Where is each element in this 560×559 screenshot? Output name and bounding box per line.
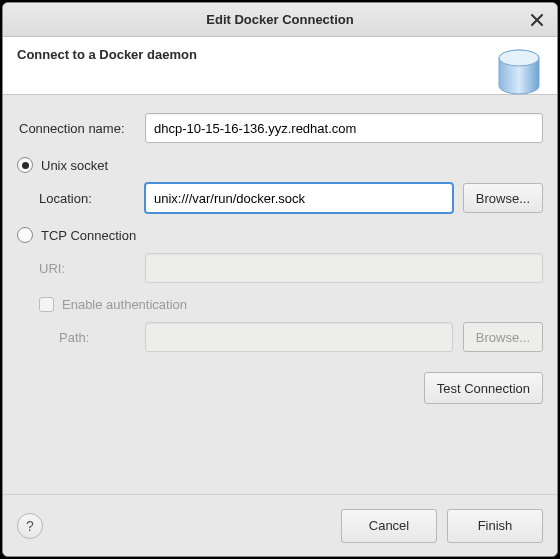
connection-name-input[interactable]: [145, 113, 543, 143]
finish-button[interactable]: Finish: [447, 509, 543, 543]
dialog-header-text: Connect to a Docker daemon: [17, 47, 543, 62]
close-icon[interactable]: [527, 10, 547, 30]
tcp-uri-label: URI:: [17, 261, 145, 276]
enable-auth-label: Enable authentication: [62, 297, 187, 312]
tcp-connection-radio[interactable]: [17, 227, 33, 243]
tcp-path-input: [145, 322, 453, 352]
titlebar: Edit Docker Connection: [3, 3, 557, 37]
unix-location-input[interactable]: [145, 183, 453, 213]
tcp-uri-input: [145, 253, 543, 283]
svg-point-1: [499, 50, 539, 66]
enable-auth-checkbox: [39, 297, 54, 312]
unix-browse-button[interactable]: Browse...: [463, 183, 543, 213]
dialog-header: Connect to a Docker daemon: [3, 37, 557, 95]
database-icon: [497, 49, 541, 97]
tcp-connection-radio-label: TCP Connection: [41, 228, 136, 243]
tcp-path-label: Path:: [17, 330, 145, 345]
unix-location-label: Location:: [17, 191, 145, 206]
test-connection-button[interactable]: Test Connection: [424, 372, 543, 404]
dialog-footer: ? Cancel Finish: [3, 494, 557, 556]
cancel-button[interactable]: Cancel: [341, 509, 437, 543]
window-title: Edit Docker Connection: [206, 12, 353, 27]
unix-socket-radio[interactable]: [17, 157, 33, 173]
help-icon[interactable]: ?: [17, 513, 43, 539]
tcp-browse-button: Browse...: [463, 322, 543, 352]
unix-socket-radio-label: Unix socket: [41, 158, 108, 173]
connection-name-label: Connection name:: [17, 121, 145, 136]
dialog-body: Connection name: Unix socket Location: B…: [3, 95, 557, 494]
